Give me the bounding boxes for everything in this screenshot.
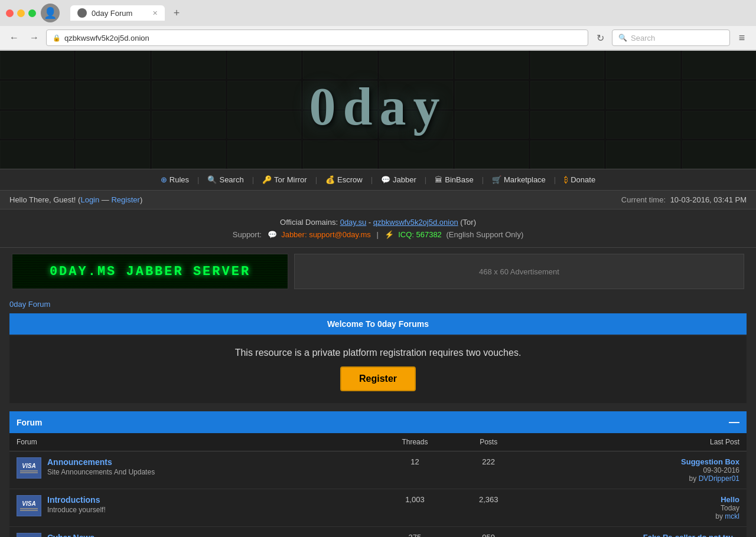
- forum-cell-posts: 2,363: [452, 489, 526, 527]
- nav-donate-label: Donate: [571, 175, 595, 184]
- forward-button[interactable]: →: [26, 30, 43, 46]
- last-post-user[interactable]: DVDripper01: [699, 474, 739, 483]
- nav-rules[interactable]: ⊕ Rules: [156, 173, 194, 186]
- ad-placeholder: 468 x 60 Advertisement: [294, 254, 744, 289]
- login-link[interactable]: Login: [80, 195, 99, 204]
- minimize-button[interactable]: [17, 9, 25, 17]
- forum-collapse-button[interactable]: —: [729, 416, 739, 428]
- forum-description: Introduce yourself!: [47, 506, 106, 514]
- tab-close-button[interactable]: ✕: [152, 9, 158, 17]
- nav-sep-4: |: [371, 175, 373, 184]
- search-nav-icon: 🔍: [207, 175, 217, 184]
- last-post-title[interactable]: Hello: [533, 495, 739, 504]
- new-tab-button[interactable]: +: [170, 6, 184, 20]
- menu-button[interactable]: ≡: [734, 30, 750, 46]
- private-text: This resource is a private platform regi…: [19, 348, 737, 358]
- last-post-title[interactable]: Suggestion Box: [533, 457, 739, 466]
- nav-donate[interactable]: ₿ Donate: [559, 173, 600, 186]
- browser-search-bar[interactable]: 🔍 Search: [612, 30, 730, 46]
- search-icon: 🔍: [618, 34, 627, 42]
- nav-jabber[interactable]: 💬 Jabber: [376, 173, 421, 186]
- domain1-link[interactable]: 0day.su: [340, 218, 367, 227]
- forum-cell-posts: 222: [452, 451, 526, 489]
- greeting-end: ): [140, 195, 142, 204]
- domain-title: Official Domains:: [280, 218, 338, 227]
- nav-escrow[interactable]: 💰 Escrow: [321, 173, 367, 186]
- col-last-post: Last Post: [526, 433, 747, 451]
- domain2-link[interactable]: qzbkwswfv5k2oj5d.onion: [373, 218, 458, 227]
- nav-binbase-label: BinBase: [445, 175, 473, 184]
- greeting-section: Hello There, Guest! (Login — Register): [9, 195, 142, 204]
- nav-marketplace[interactable]: 🛒 Marketplace: [487, 173, 550, 186]
- back-button[interactable]: ←: [6, 30, 22, 46]
- forum-section-header: Forum —: [9, 411, 747, 433]
- ad-placeholder-text: 468 x 60 Advertisement: [479, 267, 559, 276]
- forum-cell-threads: 1,003: [378, 489, 452, 527]
- forum-name-container: VISA Cyber News Hacking, carding, securi…: [17, 533, 371, 537]
- site-nav-bar: ⊕ Rules | 🔍 Search | 🔑 Tor Mirror | 💰 Es…: [0, 169, 756, 191]
- card-line-2: [20, 510, 38, 511]
- support-pipe: |: [376, 230, 378, 239]
- close-button[interactable]: [6, 9, 14, 17]
- last-post-title[interactable]: Fake Re-seller do not tru...: [533, 533, 739, 537]
- jabber-ad-text: 0DAY.MS JABBER SERVER: [50, 264, 250, 279]
- table-row: VISA Announcements Site Announcements An…: [9, 451, 747, 489]
- header-background: 0day: [0, 51, 756, 169]
- nav-sep-7: |: [554, 175, 556, 184]
- visa-label: VISA: [22, 463, 35, 469]
- support-line: Support: 💬 Jabber: support@0day.ms | ⚡ I…: [12, 230, 744, 239]
- rules-icon: ⊕: [161, 175, 167, 184]
- forum-name-link[interactable]: Introductions: [47, 495, 100, 505]
- forum-name-link[interactable]: Announcements: [47, 457, 112, 467]
- nav-escrow-label: Escrow: [337, 175, 363, 184]
- maximize-button[interactable]: [28, 9, 36, 17]
- site-logo: 0day: [309, 76, 447, 137]
- forum-cell-last-post: Fake Re-seller do not tru... 10-01-2016 …: [526, 527, 747, 538]
- time-section: Current time: 10-03-2016, 03:41 PM: [621, 195, 747, 204]
- table-row: VISA Introductions Introduce yourself! 1…: [9, 489, 747, 527]
- url-text: qzbkwswfv5k2oj5d.onion: [64, 34, 149, 42]
- tab-favicon: [77, 8, 87, 18]
- jabber-ad-banner[interactable]: 0DAY.MS JABBER SERVER: [12, 254, 288, 289]
- nav-binbase[interactable]: 🏛 BinBase: [430, 173, 478, 186]
- donate-icon: ₿: [564, 175, 568, 184]
- breadcrumb: 0day Forum: [0, 295, 756, 313]
- register-link[interactable]: Register: [111, 195, 139, 204]
- forum-header-label: Forum: [17, 418, 43, 427]
- last-post-container: Suggestion Box 09-30-2016 by DVDripper01: [533, 457, 739, 483]
- url-bar[interactable]: 🔒 qzbkwswfv5k2oj5d.onion: [46, 30, 588, 46]
- welcome-title: Welcome To 0day Forums: [327, 319, 429, 329]
- forum-name-desc: Cyber News Hacking, carding, security re…: [47, 533, 171, 537]
- binbase-icon: 🏛: [435, 175, 442, 184]
- forum-cell-threads: 375: [378, 527, 452, 538]
- forum-icon: VISA: [17, 495, 41, 516]
- card-lines: [20, 508, 38, 511]
- thread-count: 1,003: [405, 495, 425, 504]
- time-label: Current time:: [621, 195, 666, 204]
- traffic-lights: [6, 9, 36, 17]
- forum-column-headers: Forum Threads Posts Last Post: [9, 433, 747, 451]
- domain-line: Official Domains: 0day.su - qzbkwswfv5k2…: [12, 218, 744, 227]
- browser-titlebar: 👤 0day Forum ✕ +: [0, 0, 756, 26]
- forum-name-desc: Announcements Site Announcements And Upd…: [47, 457, 155, 476]
- card-line-2: [20, 472, 38, 473]
- col-threads: Threads: [378, 433, 452, 451]
- nav-sep-5: |: [425, 175, 426, 184]
- browser-chrome: 👤 0day Forum ✕ + ← → 🔒 qzbkwswfv5k2oj5d.…: [0, 0, 756, 51]
- register-button[interactable]: Register: [340, 366, 416, 391]
- forum-name-link[interactable]: Cyber News: [47, 533, 94, 537]
- tor-icon: 🔑: [262, 175, 272, 184]
- browser-tab[interactable]: 0day Forum ✕: [70, 5, 165, 21]
- nav-tor-mirror[interactable]: 🔑 Tor Mirror: [258, 173, 312, 186]
- breadcrumb-link[interactable]: 0day Forum: [9, 300, 50, 309]
- greeting-prefix: Hello There, Guest! (: [9, 195, 80, 204]
- nav-marketplace-label: Marketplace: [504, 175, 546, 184]
- last-post-container: Fake Re-seller do not tru... 10-01-2016 …: [533, 533, 739, 537]
- col-posts: Posts: [452, 433, 526, 451]
- last-post-user[interactable]: mckl: [725, 512, 739, 520]
- nav-search[interactable]: 🔍 Search: [203, 173, 248, 186]
- forum-icon: VISA: [17, 457, 41, 479]
- reload-button[interactable]: ↻: [592, 30, 608, 46]
- search-placeholder: Search: [631, 34, 655, 42]
- support-label: Support:: [233, 230, 262, 239]
